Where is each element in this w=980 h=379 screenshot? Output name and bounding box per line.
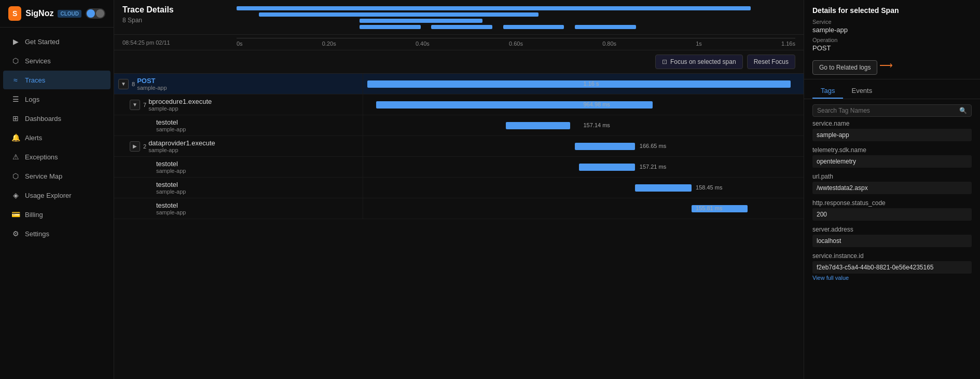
span-service-3: sample-app (156, 126, 186, 132)
search-tag-names-input[interactable] (817, 107, 959, 114)
view-full-value-link[interactable]: View full value (812, 275, 972, 281)
span-duration-7: 155.81 ms (696, 205, 722, 211)
trace-bar-4c (503, 25, 564, 29)
theme-toggle[interactable] (86, 8, 105, 19)
table-row[interactable]: ▼ 8 POST sample-app 1.16 s (114, 74, 804, 94)
span-service-7: sample-app (156, 209, 186, 215)
span-right-3: 157.14 ms (363, 115, 804, 136)
trace-bar-4a (360, 25, 421, 29)
span-right-6: 158.45 ms (363, 178, 804, 198)
tag-key: telemetry.sdk.name (812, 146, 972, 154)
tags-content: service.name sample-app telemetry.sdk.na… (804, 120, 980, 379)
timeline-controls: 08:54:25 pm 02/11 0s 0.20s 0.40s 0.60s 0… (114, 35, 804, 50)
span-bar-4 (575, 143, 636, 150)
span-expand-4[interactable]: ▶ (130, 141, 140, 152)
main-content: Trace Details 8 Span 08:54:25 pm 02/11 0… (114, 0, 804, 379)
services-icon: ⬡ (11, 57, 20, 65)
table-row[interactable]: testotel sample-app 158.45 ms (114, 178, 804, 198)
span-name-area-3: testotel sample-app (156, 118, 186, 132)
sidebar-item-settings[interactable]: ⚙ Settings (3, 224, 111, 243)
spans-container: ▼ 8 POST sample-app 1.16 s ▼ 7 bproc (114, 74, 804, 379)
span-left-2: ▼ 7 bprocedure1.execute sample-app (114, 94, 363, 115)
span-right-1: 1.16 s (363, 74, 804, 94)
sidebar-item-label: Settings (25, 230, 49, 238)
alerts-icon: 🔔 (11, 133, 20, 142)
trace-bars-row4 (360, 25, 795, 29)
sidebar-item-dashboards[interactable]: ⊞ Dashboards (3, 109, 111, 128)
span-bar-container-2: 964.98 ms (367, 100, 799, 110)
theme-toggle-light[interactable] (87, 9, 95, 18)
span-name-3: testotel (156, 118, 186, 126)
span-name-6: testotel (156, 181, 186, 188)
span-bar-container-5: 157.21 ms (367, 162, 799, 172)
tag-item-telemetry-sdk: telemetry.sdk.name opentelemetry (812, 146, 972, 168)
table-row[interactable]: ▼ 7 bprocedure1.execute sample-app 964.9… (114, 94, 804, 115)
sidebar-item-label: Get Started (25, 38, 59, 46)
sidebar-item-label: Logs (25, 96, 39, 103)
sidebar-item-traces[interactable]: ≈ Traces (3, 71, 111, 89)
tag-item-http-status: http.response.status_code 200 (812, 199, 972, 221)
sidebar-item-usage-explorer[interactable]: ◈ Usage Explorer (3, 186, 111, 205)
span-name-area-4: dataprovider1.execute sample-app (148, 139, 215, 153)
ruler-mark-5: 1s (696, 40, 702, 47)
exceptions-icon: ⚠ (11, 153, 20, 161)
trace-title-section: Trace Details 8 Span (122, 5, 237, 24)
usage-explorer-icon: ◈ (11, 191, 20, 199)
tabs-row: Tags Events (804, 79, 980, 99)
span-name-area-1: POST sample-app (137, 77, 167, 91)
tag-value: sample-app (812, 129, 972, 141)
span-service-2: sample-app (148, 105, 212, 112)
tab-tags[interactable]: Tags (812, 84, 843, 99)
span-left-6: testotel sample-app (114, 178, 363, 198)
tag-key: http.response.status_code (812, 199, 972, 207)
service-section: Service sample-app (812, 19, 972, 34)
sidebar-item-label: Usage Explorer (25, 192, 72, 199)
search-bar[interactable]: 🔍 (812, 104, 972, 117)
ruler-mark-6: 1.16s (781, 40, 795, 47)
span-name-5: testotel (156, 160, 186, 168)
span-right-7: 155.81 ms (363, 198, 804, 219)
span-left-1: ▼ 8 POST sample-app (114, 74, 363, 94)
span-duration-5: 157.21 ms (640, 164, 666, 170)
app-name: SigNoz (25, 9, 53, 18)
span-bar-1 (367, 80, 791, 88)
dashboards-icon: ⊞ (11, 114, 20, 123)
go-to-related-logs-button[interactable]: Go to Related logs (812, 60, 877, 75)
table-row[interactable]: ▶ 2 dataprovider1.execute sample-app 166… (114, 136, 804, 157)
trace-bars-section (237, 5, 795, 29)
span-service-5: sample-app (156, 168, 186, 174)
table-row[interactable]: testotel sample-app 157.21 ms (114, 157, 804, 178)
table-row[interactable]: testotel sample-app 155.81 ms (114, 198, 804, 219)
sidebar-item-exceptions[interactable]: ⚠ Exceptions (3, 147, 111, 166)
sidebar-nav: ▶ Get Started ⬡ Services ≈ Traces ☰ Logs… (0, 28, 114, 379)
tab-events[interactable]: Events (843, 84, 880, 99)
tag-key: service.instance.id (812, 252, 972, 260)
sidebar-item-get-started[interactable]: ▶ Get Started (3, 32, 111, 51)
table-row[interactable]: testotel sample-app 157.14 ms (114, 115, 804, 136)
span-duration-6: 158.45 ms (696, 184, 722, 191)
signoz-logo-icon: S (8, 6, 21, 21)
sidebar-item-services[interactable]: ⬡ Services (3, 51, 111, 70)
go-logs-label: Go to Related logs (819, 64, 871, 71)
span-left-4: ▶ 2 dataprovider1.execute sample-app (114, 136, 363, 156)
span-left-3: testotel sample-app (114, 115, 363, 136)
service-label: Service (812, 19, 972, 25)
focus-controls: ⊡ Focus on selected span Reset Focus (114, 50, 804, 74)
tag-key: service.name (812, 120, 972, 127)
service-value: sample-app (812, 26, 972, 34)
span-bar-5 (579, 164, 635, 171)
focus-selected-span-button[interactable]: ⊡ Focus on selected span (655, 55, 743, 69)
sidebar-item-alerts[interactable]: 🔔 Alerts (3, 128, 111, 147)
timeline-ruler: 0s 0.20s 0.40s 0.60s 0.80s 1s 1.16s (237, 38, 795, 47)
sidebar-item-logs[interactable]: ☰ Logs (3, 90, 111, 109)
theme-toggle-dark[interactable] (96, 9, 104, 18)
sidebar-item-service-map[interactable]: ⬡ Service Map (3, 167, 111, 185)
span-count-2: 7 (143, 102, 146, 108)
span-expand-2[interactable]: ▼ (130, 100, 140, 110)
span-expand-1[interactable]: ▼ (118, 79, 129, 89)
search-icon: 🔍 (959, 107, 967, 114)
reset-focus-button[interactable]: Reset Focus (747, 55, 795, 69)
focus-button-label: Focus on selected span (670, 58, 736, 65)
traces-icon: ≈ (11, 76, 20, 84)
sidebar-item-billing[interactable]: 💳 Billing (3, 205, 111, 224)
